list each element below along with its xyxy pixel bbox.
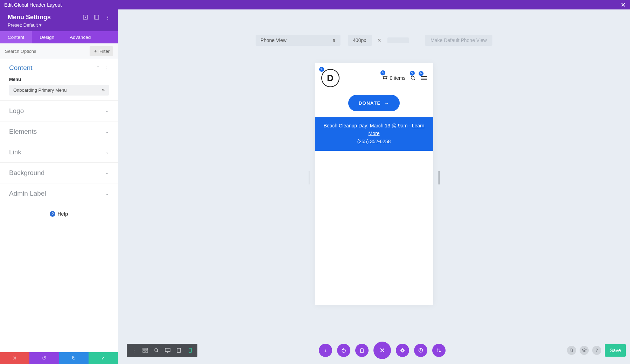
close-center-button[interactable]: ✕ (373, 342, 391, 359)
expand-icon[interactable] (83, 15, 88, 20)
section-elements[interactable]: Elements ⌄ (0, 121, 118, 142)
more-icon[interactable]: ⋮ (105, 15, 110, 20)
sidebar-header: Menu Settings ⋮ Preset: Default ▾ (0, 9, 118, 31)
svg-rect-16 (189, 348, 191, 352)
logo[interactable]: D (321, 69, 340, 87)
sidebar-actions: ✕ ↺ ↻ ✓ (0, 352, 118, 364)
svg-line-7 (414, 79, 415, 80)
tab-advanced[interactable]: Advanced (62, 31, 98, 43)
edit-badge-icon[interactable]: ✎ (419, 71, 424, 76)
redo-button[interactable]: ↻ (59, 352, 89, 364)
chevron-down-icon: ⌄ (105, 170, 109, 175)
toolbar-center: + ✕ (319, 342, 446, 359)
section-content-header[interactable]: Content ⌃ ⋮ (9, 64, 109, 72)
section-content: Content ⌃ ⋮ Menu Onboarding Primary Menu… (0, 59, 118, 101)
svg-rect-8 (143, 348, 148, 350)
edit-badge-icon[interactable]: ✎ (319, 67, 324, 72)
question-icon: ? (50, 211, 55, 217)
save-button[interactable]: Save (605, 344, 626, 357)
view-select[interactable]: Phone View ⇅ (255, 35, 340, 46)
settings-sidebar: Menu Settings ⋮ Preset: Default ▾ Conten… (0, 9, 118, 352)
resize-handle-right[interactable] (438, 171, 440, 184)
svg-line-12 (157, 351, 158, 352)
svg-rect-19 (360, 349, 363, 352)
toolbar-phone-icon[interactable] (185, 346, 195, 355)
cancel-button[interactable]: ✕ (0, 352, 29, 364)
chevron-up-icon[interactable]: ⌃ (96, 65, 100, 70)
power-button[interactable] (337, 344, 350, 357)
grid-icon[interactable] (94, 15, 99, 20)
hamburger-icon[interactable] (421, 76, 427, 80)
confirm-button[interactable]: ✓ (89, 352, 118, 364)
search-input[interactable] (5, 49, 90, 54)
sidebar-header-actions: ⋮ (83, 15, 110, 20)
edit-badge-icon[interactable]: ✎ (380, 70, 385, 75)
sort-button[interactable] (432, 344, 446, 357)
settings-tabs: Content Design Advanced (0, 31, 118, 43)
select-chevron-icon: ⇅ (102, 88, 105, 92)
tab-design[interactable]: Design (32, 31, 62, 43)
toolbar-tablet-icon[interactable] (174, 346, 184, 355)
section-more-icon[interactable]: ⋮ (103, 65, 109, 71)
svg-point-22 (401, 349, 404, 351)
filter-button[interactable]: ＋Filter (90, 46, 113, 56)
menu-select[interactable]: Onboarding Primary Menu ⇅ (9, 85, 109, 96)
toolbar-desktop-icon[interactable] (162, 346, 173, 355)
section-link[interactable]: Link ⌄ (0, 142, 118, 163)
svg-point-1 (85, 16, 86, 18)
announcement-bar: Beach Cleanup Day: March 13 @ 9am - Lear… (315, 117, 433, 151)
svg-rect-15 (177, 348, 181, 352)
toolbar-help-icon[interactable]: ? (592, 346, 601, 355)
preview-header-right: ✎ 0 items ✎ ✎ (382, 75, 427, 81)
sidebar-title: Menu Settings (8, 14, 51, 21)
chevron-down-icon: ⌄ (105, 129, 109, 134)
chevron-down-icon: ⌄ (105, 191, 109, 196)
toolbar-search-icon[interactable] (567, 346, 576, 355)
section-logo[interactable]: Logo ⌄ (0, 101, 118, 121)
edit-badge-icon[interactable]: ✎ (410, 71, 415, 76)
preview-body (315, 151, 433, 305)
svg-rect-9 (143, 351, 145, 352)
svg-point-6 (411, 76, 414, 79)
top-bar-title: Edit Global Header Layout (4, 2, 62, 8)
section-admin-label[interactable]: Admin Label ⌄ (0, 183, 118, 204)
bottom-toolbar: ⋮ + ✕ (127, 342, 626, 359)
toolbar-more-icon[interactable]: ⋮ (129, 346, 139, 355)
svg-line-25 (572, 351, 573, 352)
phone-number: (255) 352-6258 (323, 138, 426, 145)
section-background[interactable]: Background ⌄ (0, 163, 118, 183)
resize-handle-left[interactable] (308, 171, 310, 184)
preset-label[interactable]: Preset: Default ▾ (8, 22, 110, 28)
add-button[interactable]: + (319, 344, 332, 357)
svg-point-11 (155, 349, 158, 351)
tab-content[interactable]: Content (0, 31, 32, 43)
height-input[interactable] (387, 37, 409, 43)
chevron-down-icon: ⌄ (105, 150, 109, 155)
toolbar-wireframe-icon[interactable] (140, 346, 150, 355)
make-default-button[interactable]: Make Default Phone View (425, 35, 492, 46)
width-input[interactable]: 400px (348, 35, 372, 46)
svg-rect-13 (165, 348, 170, 351)
preview-controls: Phone View ⇅ 400px ✕ Make Default Phone … (255, 35, 492, 46)
phone-preview: ✎ D ✎ 0 items ✎ ✎ (315, 63, 433, 305)
svg-rect-10 (146, 351, 148, 352)
main-canvas: Phone View ⇅ 400px ✕ Make Default Phone … (118, 9, 630, 364)
toolbar-layers-icon[interactable] (580, 346, 589, 355)
cart-icon[interactable] (382, 76, 387, 80)
toolbar-right: ? Save (567, 344, 626, 357)
menu-field-label: Menu (9, 77, 109, 82)
settings-button[interactable] (396, 344, 409, 357)
search-icon[interactable] (411, 76, 416, 81)
help-link[interactable]: ? Help (0, 204, 118, 224)
delete-button[interactable] (355, 344, 369, 357)
dimension-separator: ✕ (377, 37, 382, 43)
donate-button[interactable]: DONATE → (348, 95, 400, 111)
donate-section: DONATE → (315, 91, 433, 117)
close-icon[interactable]: ✕ (621, 1, 626, 9)
cart-count[interactable]: 0 items (390, 75, 405, 81)
svg-point-5 (386, 79, 386, 80)
select-chevron-icon: ⇅ (332, 38, 335, 42)
undo-button[interactable]: ↺ (29, 352, 59, 364)
history-button[interactable] (414, 344, 427, 357)
toolbar-zoom-icon[interactable] (151, 346, 162, 355)
